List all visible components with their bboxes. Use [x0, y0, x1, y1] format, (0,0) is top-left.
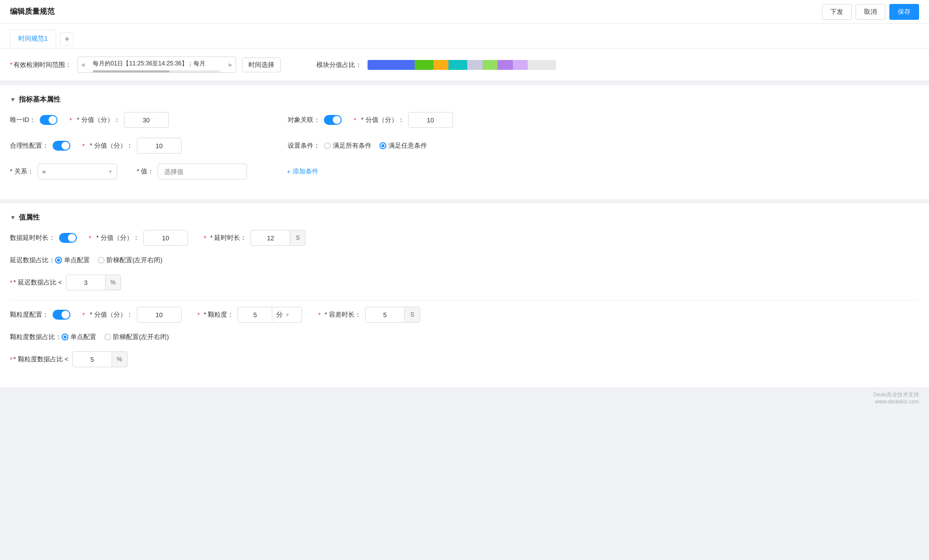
value-label: * 值：	[137, 167, 154, 176]
condition-label: 设置条件：	[288, 141, 320, 150]
delay-duration-input-wrapper: S	[250, 230, 306, 246]
radio-any-condition[interactable]: 满足任意条件	[379, 141, 427, 150]
score-bar-section: 模块分值占比：	[316, 60, 556, 70]
unique-id-toggle[interactable]	[40, 115, 58, 125]
value-props-collapse-icon: ▼	[10, 214, 16, 221]
value-props-section: ▼ 值属性 数据延时时长： * * 分值（分）： * * 延时时长： S 延迟数…	[0, 203, 929, 387]
watermark-line2: www.dedebiz.com	[10, 398, 919, 404]
page-header: 编辑质量规范 下发 取消 保存	[0, 0, 929, 24]
condition-group: 设置条件： 满足所有条件 满足任意条件	[288, 141, 427, 150]
reasonable-label: 合理性配置：	[10, 141, 49, 150]
unique-id-score-input[interactable]	[124, 112, 169, 128]
granularity-ratio-label: 颗粒度数据占比：	[10, 333, 62, 341]
delay-toggle[interactable]	[59, 233, 77, 243]
watermark-line1: Dede高业技术支持	[10, 391, 919, 398]
delay-row: 数据延时时长： * * 分值（分）： * * 延时时长： S	[10, 230, 919, 246]
granularity-toggle[interactable]	[53, 310, 70, 320]
time-range-label: 有效检测时间范围：	[10, 60, 71, 69]
time-picker-button[interactable]: 时间选择	[242, 57, 281, 72]
delayed-ratio-input-wrapper: %	[66, 275, 121, 290]
tab-time-rule-1[interactable]: 时间规范1	[10, 30, 56, 48]
time-next-arrow[interactable]: ▶	[226, 62, 236, 67]
delayed-ratio-label: 延迟数据占比：	[10, 256, 55, 265]
delay-group: 数据延时时长： * * 分值（分）：	[10, 230, 188, 246]
delay-duration-input[interactable]	[250, 230, 290, 246]
radio-all-circle	[324, 142, 331, 149]
target-relation-score-label: * 分值（分）：	[361, 115, 404, 124]
relation-select-wrapper: = ▼	[38, 164, 117, 179]
score-seg-2	[434, 60, 448, 70]
target-relation-label: 对象关联：	[288, 115, 320, 124]
time-range-input[interactable]: ◀ 每月的01日【11:25:36至14:25:36】；每月 ▶	[77, 56, 236, 73]
score-seg-4	[467, 60, 482, 70]
granularity-ratio-radio-row: 颗粒度数据占比： 单点配置 阶梯配置(左开右闭)	[10, 333, 919, 341]
granularity-ratio-step-circle	[104, 334, 111, 340]
tolerance-input[interactable]	[365, 307, 405, 323]
granularity-ratio-input-wrapper: %	[72, 351, 127, 367]
granularity-select-wrapper: 分 ▼	[238, 307, 302, 323]
granularity-score-label: * 分值（分）：	[90, 310, 133, 319]
time-prev-arrow[interactable]: ◀	[78, 62, 88, 67]
collapse-icon: ▼	[10, 96, 16, 103]
delayed-ratio-input-row: * * 延迟数据占比 < %	[10, 275, 919, 290]
granularity-ratio-input-row: * * 颗粒度数据占比 < %	[10, 351, 919, 367]
granularity-label: 颗粒度配置：	[10, 310, 49, 319]
score-seg-3	[448, 60, 467, 70]
score-bar	[368, 60, 556, 70]
delayed-ratio-step-radio[interactable]: 阶梯配置(左开右闭)	[98, 256, 163, 265]
cancel-button[interactable]: 取消	[856, 4, 885, 20]
delayed-ratio-single-circle	[55, 257, 62, 264]
relation-label: * 关系：	[10, 167, 34, 176]
granularity-score-input[interactable]	[137, 307, 182, 323]
basic-props-header[interactable]: ▼ 指标基本属性	[10, 95, 919, 104]
granularity-unit-dropdown-icon: ▼	[285, 312, 290, 318]
reasonable-toggle[interactable]	[53, 141, 70, 151]
value-group: * 值：	[137, 164, 248, 179]
tolerance-group: * * 容差时长： S	[318, 307, 420, 323]
condition-radio-group: 满足所有条件 满足任意条件	[324, 141, 427, 150]
time-range-section: 有效检测时间范围： ◀ 每月的01日【11:25:36至14:25:36】；每月…	[0, 49, 929, 81]
delay-score-label: * 分值（分）：	[96, 233, 139, 242]
granularity-row: 颗粒度配置： * * 分值（分）： * * 颗粒度： 分 ▼ * * 容差时长：…	[10, 307, 919, 323]
unique-id-score-label: * 分值（分）：	[77, 115, 120, 124]
reasonable-config-row: 合理性配置： * * 分值（分）： 设置条件： 满足所有条件 满足任意条件	[10, 138, 919, 154]
time-range-text: 每月的01日【11:25:36至14:25:36】；每月	[88, 57, 226, 70]
granularity-group: 颗粒度配置： * * 分值（分）：	[10, 307, 182, 323]
basic-props-title: 指标基本属性	[19, 95, 61, 104]
publish-button[interactable]: 下发	[822, 4, 852, 20]
granularity-ratio-step-radio[interactable]: 阶梯配置(左开右闭)	[104, 333, 169, 341]
time-scroll-bar	[93, 70, 221, 72]
tab-add-button[interactable]: +	[60, 32, 74, 46]
tolerance-unit: S	[404, 307, 420, 323]
delayed-ratio-radio-row: 延迟数据占比： 单点配置 阶梯配置(左开右闭)	[10, 256, 919, 265]
delayed-ratio-unit: %	[105, 275, 121, 290]
value-props-header[interactable]: ▼ 值属性	[10, 213, 919, 222]
relation-select[interactable]: = ▼	[38, 164, 117, 179]
radio-all-conditions[interactable]: 满足所有条件	[324, 141, 372, 150]
delayed-ratio-single-radio[interactable]: 单点配置	[55, 256, 90, 265]
target-relation-toggle[interactable]	[324, 115, 342, 125]
granularity-ratio-input[interactable]	[72, 351, 112, 367]
tabs-bar: 时间规范1 +	[0, 24, 929, 49]
granularity-unit-select[interactable]: 分 ▼	[272, 307, 302, 323]
delayed-ratio-input[interactable]	[66, 275, 106, 290]
header-actions: 下发 取消 保存	[822, 4, 919, 20]
value-props-title: 值属性	[19, 213, 40, 222]
save-button[interactable]: 保存	[889, 4, 919, 20]
delay-duration-label: * 延时时长：	[210, 233, 247, 242]
relation-group: * 关系： = ▼	[10, 164, 117, 179]
delay-score-input[interactable]	[143, 230, 188, 246]
relation-dropdown-icon: ▼	[108, 169, 113, 174]
delayed-ratio-step-circle	[98, 257, 105, 264]
radio-any-circle	[379, 142, 386, 149]
reasonable-score-input[interactable]	[137, 138, 182, 154]
target-relation-score-input[interactable]	[408, 112, 453, 128]
unique-id-label: 唯一ID：	[10, 115, 36, 124]
score-seg-8	[528, 60, 556, 70]
granularity-value-input[interactable]	[238, 307, 272, 323]
value-input[interactable]	[158, 164, 247, 179]
granularity-ratio-input-label: * 颗粒度数据占比 <	[13, 355, 68, 364]
granularity-value-label: * 颗粒度：	[204, 310, 234, 319]
add-condition-button[interactable]: + 添加条件	[287, 167, 318, 176]
granularity-ratio-single-radio[interactable]: 单点配置	[62, 333, 96, 341]
